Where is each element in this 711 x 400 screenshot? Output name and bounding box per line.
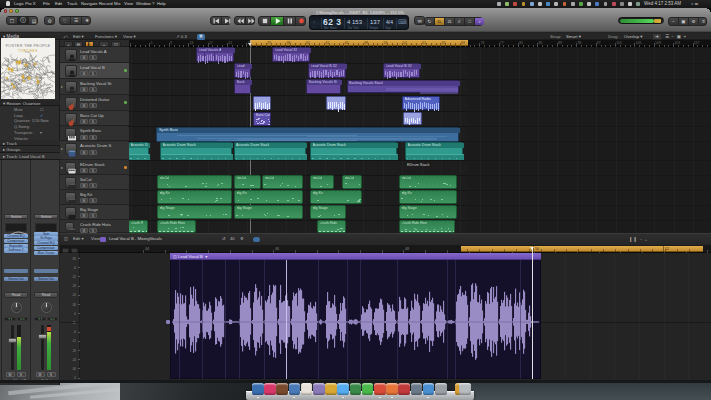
svg-text:TORCHES: TORCHES [18, 49, 38, 53]
svg-text:FOSTER THE PEOPLE: FOSTER THE PEOPLE [6, 43, 51, 48]
